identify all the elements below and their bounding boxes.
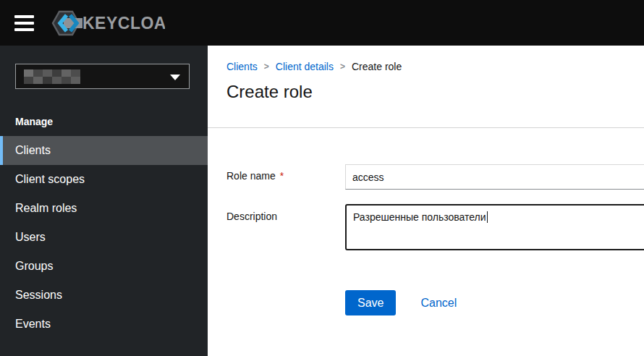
sidebar-item-events[interactable]: Events bbox=[0, 310, 208, 339]
hamburger-bar bbox=[14, 22, 34, 25]
sidebar: Manage Clients Client scopes Realm roles… bbox=[0, 46, 208, 356]
description-label: Description bbox=[226, 211, 277, 222]
keycloak-logo[interactable]: KEYCLOAK bbox=[51, 9, 165, 38]
svg-text:KEYCLOAK: KEYCLOAK bbox=[82, 14, 165, 33]
chevron-right-icon: > bbox=[264, 62, 269, 72]
keycloak-logo-icon: KEYCLOAK bbox=[51, 9, 165, 38]
main-content: Clients > Client details > Create role C… bbox=[208, 46, 644, 356]
page-title: Create role bbox=[226, 82, 313, 102]
chevron-right-icon: > bbox=[340, 62, 345, 72]
description-textarea[interactable]: Разрешенные пользователи bbox=[345, 204, 644, 250]
realm-name-redacted bbox=[24, 69, 80, 84]
breadcrumb-clients-link[interactable]: Clients bbox=[226, 61, 258, 72]
sidebar-item-users[interactable]: Users bbox=[0, 223, 208, 252]
nav-section-title: Manage bbox=[15, 116, 53, 127]
realm-selector-dropdown[interactable] bbox=[15, 64, 190, 89]
masthead: KEYCLOAK bbox=[0, 0, 644, 46]
required-asterisk: * bbox=[280, 170, 284, 182]
section-divider bbox=[208, 127, 644, 128]
breadcrumb-current: Create role bbox=[352, 61, 402, 72]
breadcrumb-client-details-link[interactable]: Client details bbox=[276, 61, 334, 72]
role-name-label-text: Role name bbox=[226, 170, 276, 182]
sidebar-item-sessions[interactable]: Sessions bbox=[0, 281, 208, 310]
sidebar-item-client-scopes[interactable]: Client scopes bbox=[0, 165, 208, 194]
hamburger-menu-icon[interactable] bbox=[14, 15, 35, 31]
sidebar-item-clients[interactable]: Clients bbox=[0, 136, 208, 165]
description-text: Разрешенные пользователи bbox=[353, 211, 486, 223]
role-name-label: Role name* bbox=[226, 170, 284, 182]
sidebar-item-groups[interactable]: Groups bbox=[0, 252, 208, 281]
save-button[interactable]: Save bbox=[345, 290, 396, 315]
hamburger-bar bbox=[14, 15, 34, 18]
caret-down-icon bbox=[170, 75, 180, 80]
keycloak-admin-console: KEYCLOAK Manage Clients Client scopes Re… bbox=[0, 0, 644, 356]
text-cursor bbox=[487, 211, 488, 223]
breadcrumb: Clients > Client details > Create role bbox=[226, 61, 402, 72]
hamburger-bar bbox=[14, 28, 34, 31]
sidebar-nav: Clients Client scopes Realm roles Users … bbox=[0, 136, 208, 339]
sidebar-item-realm-roles[interactable]: Realm roles bbox=[0, 194, 208, 223]
cancel-link[interactable]: Cancel bbox=[420, 297, 457, 310]
form-actions: Save Cancel bbox=[345, 290, 457, 315]
role-name-input[interactable] bbox=[345, 164, 644, 190]
